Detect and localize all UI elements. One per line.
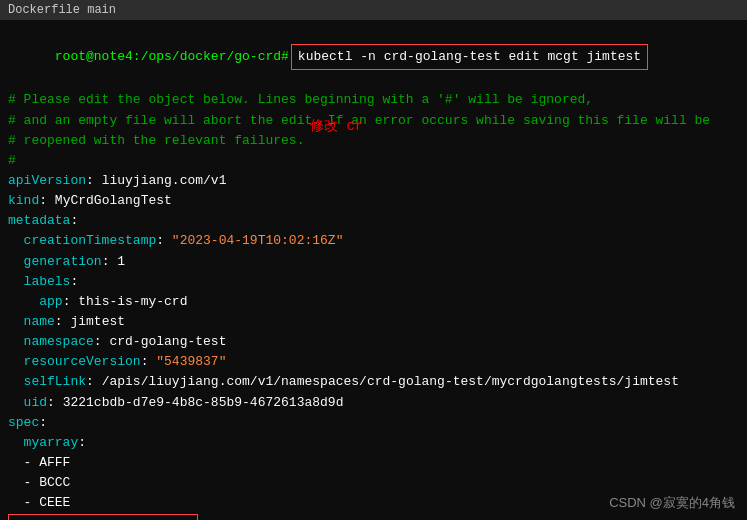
yaml-labels: labels:	[8, 272, 739, 292]
comment-line-3: # reopened with the relevant failures.	[8, 131, 739, 151]
command-text: kubectl -n crd-golang-test edit mcgt jim…	[298, 49, 641, 64]
yaml-uid: uid: 3221cbdb-d7e9-4b8c-85b9-4672613a8d9…	[8, 393, 739, 413]
yaml-app: app: this-is-my-crd	[8, 292, 739, 312]
title-text: Dockerfile main	[8, 3, 116, 17]
yaml-resourceversion: resourceVersion: "5439837"	[8, 352, 739, 372]
yaml-arr2: - BCCC	[8, 473, 739, 493]
yaml-selflink: selfLink: /apis/liuyjiang.com/v1/namespa…	[8, 372, 739, 392]
edit-box: mymsg: update yeyeyeye mynumber: 66666	[8, 514, 198, 520]
cmd-box: kubectl -n crd-golang-test edit mcgt jim…	[291, 44, 648, 70]
yaml-myarray: myarray:	[8, 433, 739, 453]
comment-line-2: # and an empty file will abort the edit.…	[8, 111, 739, 131]
terminal-content[interactable]: root@note4:/ops/docker/go-crd#kubectl -n…	[0, 20, 747, 520]
prompt-text: root@note4:/ops/docker/go-crd#	[55, 49, 289, 64]
comment-line-1: # Please edit the object below. Lines be…	[8, 90, 739, 110]
watermark-text: CSDN @寂寞的4角钱	[609, 494, 735, 512]
yaml-generation: generation: 1	[8, 252, 739, 272]
yaml-arr1: - AFFF	[8, 453, 739, 473]
annotation-text: 修改 cr	[310, 116, 363, 138]
yaml-apiversion: apiVersion: liuyjiang.com/v1	[8, 171, 739, 191]
yaml-namespace: namespace: crd-golang-test	[8, 332, 739, 352]
terminal: Dockerfile main root@note4:/ops/docker/g…	[0, 0, 747, 520]
yaml-spec: spec:	[8, 413, 739, 433]
yaml-creation: creationTimestamp: "2023-04-19T10:02:16Z…	[8, 231, 739, 251]
comment-line-4: #	[8, 151, 739, 171]
yaml-metadata: metadata:	[8, 211, 739, 231]
title-bar: Dockerfile main	[0, 0, 747, 20]
prompt-line: root@note4:/ops/docker/go-crd#kubectl -n…	[8, 24, 739, 90]
yaml-name: name: jimtest	[8, 312, 739, 332]
yaml-kind: kind: MyCrdGolangTest	[8, 191, 739, 211]
